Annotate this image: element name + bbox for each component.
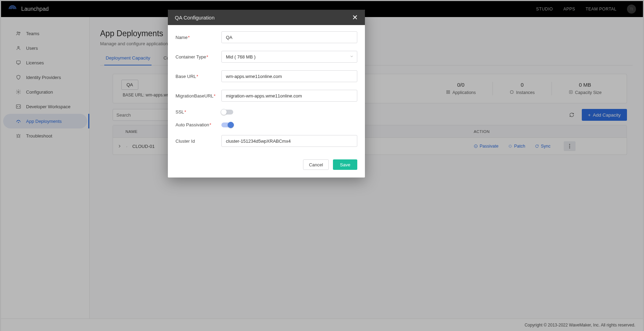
name-field[interactable] bbox=[221, 31, 357, 43]
modal-title: QA Configuration bbox=[175, 15, 214, 21]
close-icon[interactable]: ✕ bbox=[352, 14, 358, 21]
cancel-button[interactable]: Cancel bbox=[303, 159, 329, 170]
qa-configuration-modal: QA Configuration ✕ Name* Container Type*… bbox=[168, 10, 365, 178]
label-name: Name* bbox=[176, 35, 221, 40]
ssl-toggle[interactable] bbox=[221, 110, 233, 115]
base-url-field[interactable] bbox=[221, 70, 357, 82]
label-migration-base-url: MigrationBaseURL* bbox=[176, 93, 221, 98]
cluster-id-field[interactable] bbox=[221, 135, 357, 147]
save-button[interactable]: Save bbox=[333, 159, 357, 170]
label-cluster-id: Cluster Id bbox=[176, 139, 221, 144]
label-container-type: Container Type* bbox=[176, 54, 221, 60]
container-type-select[interactable] bbox=[221, 51, 357, 63]
label-base-url: Base URL* bbox=[176, 74, 221, 79]
auto-passivation-toggle[interactable] bbox=[221, 123, 233, 127]
label-auto-passivation: Auto Passivation* bbox=[176, 122, 221, 127]
migration-base-url-field[interactable] bbox=[221, 90, 357, 102]
label-ssl: SSL* bbox=[176, 109, 221, 115]
